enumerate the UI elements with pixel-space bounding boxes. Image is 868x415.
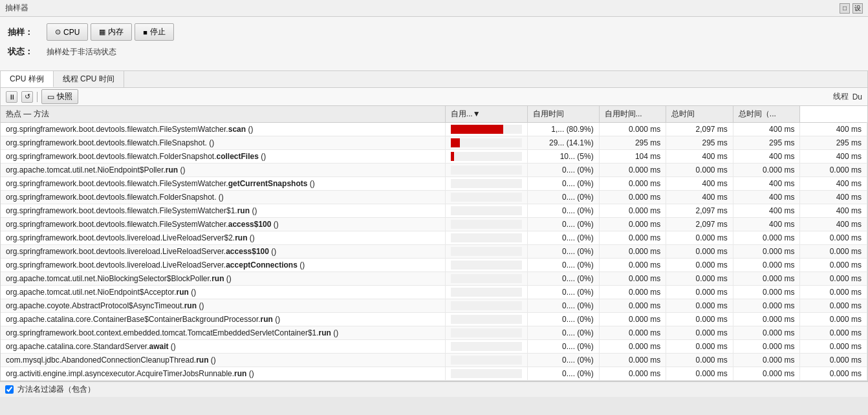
bar-cell <box>445 164 527 177</box>
self-pct-cell: 0.... (0%) <box>527 313 599 326</box>
self-pct-cell: 29... (14.1%) <box>527 136 599 150</box>
toolbar-left: ⏸ ↺ ▭ 快照 <box>6 89 78 104</box>
bar-cell <box>445 150 527 164</box>
bar-cell <box>445 272 527 286</box>
self-time-pct-cell: 0.000 ms <box>666 367 733 381</box>
status-row: 状态： 抽样处于非活动状态 <box>8 46 860 58</box>
self-time-cell: 0.000 ms <box>599 218 666 231</box>
method-prefix: org.springframework.boot.devtools.filewa… <box>6 152 217 161</box>
method-bold: run <box>319 328 331 337</box>
self-time-pct-cell: 400 ms <box>666 150 733 164</box>
table-row[interactable]: org.springframework.boot.devtools.livere… <box>1 245 867 259</box>
sample-label: 抽样： <box>8 27 39 38</box>
tab-thread-cpu-time[interactable]: 线程 CPU 时间 <box>54 71 124 87</box>
self-time-pct-cell: 400 ms <box>666 191 733 204</box>
cpu-button[interactable]: ⊙ CPU <box>47 23 88 41</box>
table-row[interactable]: org.springframework.boot.devtools.filewa… <box>1 204 867 218</box>
table-row[interactable]: org.springframework.boot.context.embedde… <box>1 326 867 340</box>
refresh-button[interactable]: ↺ <box>21 91 33 103</box>
method-bold: await <box>149 342 168 351</box>
table-row[interactable]: org.apache.catalina.core.ContainerBase$C… <box>1 313 867 326</box>
method-bold: run <box>234 369 246 378</box>
self-time-pct-cell: 0.000 ms <box>666 286 733 299</box>
tab-cpu-samples[interactable]: CPU 样例 <box>1 71 54 87</box>
table-row[interactable]: org.springframework.boot.devtools.filewa… <box>1 123 867 136</box>
table-row[interactable]: org.apache.catalina.core.StandardServer.… <box>1 340 867 354</box>
table-body: org.springframework.boot.devtools.filewa… <box>1 123 867 381</box>
method-cell: org.springframework.boot.devtools.filewa… <box>1 136 445 150</box>
bar-wrapper <box>451 125 522 134</box>
col-total-time-pct[interactable]: 总时间（... <box>733 106 800 123</box>
method-cell: org.apache.tomcat.util.net.NioBlockingSe… <box>1 272 445 286</box>
cpu-btn-label: CPU <box>63 28 80 37</box>
col-self-time-pct[interactable]: 自用时间... <box>599 106 666 123</box>
bar-cell <box>445 367 527 381</box>
stop-button[interactable]: ■ 停止 <box>135 23 174 41</box>
memory-button[interactable]: ▦ 内存 <box>91 23 132 41</box>
self-pct-cell: 0.... (0%) <box>527 340 599 354</box>
total-time-cell: 400 ms <box>733 204 800 218</box>
col-total-time[interactable]: 总时间 <box>666 106 733 123</box>
table-row[interactable]: org.springframework.boot.devtools.filewa… <box>1 177 867 191</box>
minimize-button[interactable]: □ <box>840 3 850 14</box>
col-method[interactable]: 热点 — 方法 <box>1 106 445 123</box>
snapshot-button[interactable]: ▭ 快照 <box>41 89 78 104</box>
self-time-cell: 104 ms <box>599 150 666 164</box>
table-row[interactable]: org.springframework.boot.devtools.livere… <box>1 231 867 245</box>
method-bold: scan <box>228 125 246 134</box>
bar-wrapper <box>451 220 522 229</box>
bar-cell <box>445 286 527 299</box>
total-time-pct-cell: 0.000 ms <box>800 259 867 272</box>
table-row[interactable]: org.springframework.boot.devtools.filewa… <box>1 136 867 150</box>
pause-button[interactable]: ⏸ <box>6 91 17 103</box>
bar-cell <box>445 231 527 245</box>
bar-wrapper <box>451 301 522 310</box>
method-bold: run <box>184 301 197 310</box>
self-pct-cell: 1,... (80.9%) <box>527 123 599 136</box>
total-time-pct-cell: 400 ms <box>800 177 867 191</box>
data-table: 热点 — 方法 自用...▼ 自用时间 自用时间... 总时间 总时间（... <box>1 106 867 381</box>
table-row[interactable]: org.springframework.boot.devtools.livere… <box>1 259 867 272</box>
self-time-cell: 0.000 ms <box>599 177 666 191</box>
table-row[interactable]: org.apache.tomcat.util.net.NioBlockingSe… <box>1 272 867 286</box>
bar-cell <box>445 136 527 150</box>
filter-checkbox[interactable] <box>5 385 14 394</box>
bar-wrapper <box>451 193 522 202</box>
bar-wrapper <box>451 274 522 283</box>
table-row[interactable]: com.mysql.jdbc.AbandonedConnectionCleanu… <box>1 354 867 367</box>
tab-cpu-samples-label: CPU 样例 <box>10 74 44 85</box>
table-row[interactable]: org.springframework.boot.devtools.filewa… <box>1 218 867 231</box>
filter-label: 方法名过滤器（包含） <box>17 384 95 395</box>
table-row[interactable]: org.springframework.boot.devtools.filewa… <box>1 191 867 204</box>
method-prefix: org.activiti.engine.impl.asyncexecutor.A… <box>6 369 234 378</box>
self-time-cell: 295 ms <box>599 136 666 150</box>
self-time-cell: 0.000 ms <box>599 231 666 245</box>
total-time-pct-cell: 0.000 ms <box>800 245 867 259</box>
bar-wrapper <box>451 152 522 161</box>
method-prefix: org.springframework.boot.devtools.livere… <box>6 247 226 256</box>
bar-wrapper <box>451 179 522 188</box>
self-time-cell: 0.000 ms <box>599 259 666 272</box>
table-row[interactable]: org.apache.tomcat.util.net.NioEndpoint$A… <box>1 286 867 299</box>
table-row[interactable]: org.springframework.boot.devtools.filewa… <box>1 150 867 164</box>
snapshot-icon: ▭ <box>47 92 54 101</box>
tabs-bar: CPU 样例 线程 CPU 时间 <box>0 70 868 87</box>
settings-button[interactable]: 设 <box>852 3 863 14</box>
bar-wrapper <box>451 342 522 351</box>
col-self-time[interactable]: 自用时间 <box>527 106 599 123</box>
total-time-cell: 0.000 ms <box>733 286 800 299</box>
self-pct-cell: 0.... (0%) <box>527 191 599 204</box>
self-pct-cell: 0.... (0%) <box>527 245 599 259</box>
method-cell: org.springframework.boot.context.embedde… <box>1 326 445 340</box>
method-cell: org.springframework.boot.devtools.livere… <box>1 259 445 272</box>
self-time-pct-cell: 400 ms <box>666 177 733 191</box>
self-time-pct-cell: 0.000 ms <box>666 299 733 313</box>
cpu-icon: ⊙ <box>55 28 61 36</box>
toolbar-right: 线程 Du <box>833 91 862 102</box>
self-time-pct-cell: 0.000 ms <box>666 272 733 286</box>
table-row[interactable]: org.apache.coyote.AbstractProtocol$Async… <box>1 299 867 313</box>
col-self-pct[interactable]: 自用...▼ <box>445 106 527 123</box>
table-row[interactable]: org.activiti.engine.impl.asyncexecutor.A… <box>1 367 867 381</box>
stop-btn-label: 停止 <box>150 27 166 37</box>
table-row[interactable]: org.apache.tomcat.util.net.NioEndpoint$P… <box>1 164 867 177</box>
